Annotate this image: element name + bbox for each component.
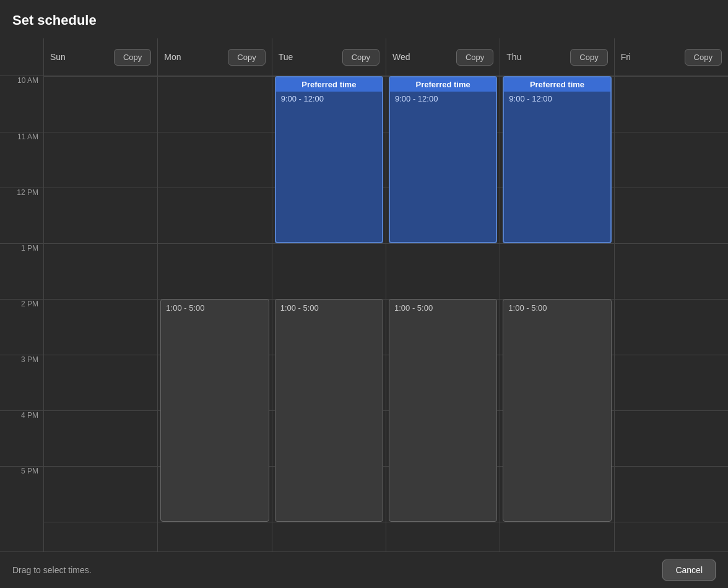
day-cell-mon-3[interactable] <box>158 243 271 299</box>
day-cell-fri-6[interactable] <box>615 410 728 466</box>
day-column-tue[interactable]: Preferred time9:00 - 12:001:00 - 5:00 <box>272 76 386 551</box>
copy-button-tue[interactable]: Copy <box>342 49 379 66</box>
day-cell-sun-7[interactable] <box>44 466 157 522</box>
event-tue-1[interactable]: 1:00 - 5:00 <box>275 299 383 522</box>
day-cell-sun-8[interactable] <box>44 522 157 551</box>
day-cell-mon-0[interactable] <box>158 76 271 132</box>
event-time-wed-1: 1:00 - 5:00 <box>389 300 496 316</box>
day-cell-fri-3[interactable] <box>615 243 728 299</box>
event-time-mon-0: 1:00 - 5:00 <box>161 300 268 316</box>
event-time-tue-0: 9:00 - 12:00 <box>276 92 382 106</box>
time-column: 10 AM11 AM12 PM1 PM2 PM3 PM4 PM5 PM <box>0 76 43 551</box>
time-label-10-am: 10 AM <box>0 76 43 132</box>
time-label-2-pm: 2 PM <box>0 299 43 355</box>
day-cell-thu-3[interactable] <box>500 243 613 299</box>
day-header-sun: SunCopy <box>43 38 157 76</box>
day-column-thu[interactable]: Preferred time9:00 - 12:001:00 - 5:00 <box>500 76 613 551</box>
time-label-1-pm: 1 PM <box>0 243 43 299</box>
day-cell-wed-3[interactable] <box>386 243 500 299</box>
cancel-button[interactable]: Cancel <box>662 560 716 581</box>
day-column-wed[interactable]: Preferred time9:00 - 12:001:00 - 5:00 <box>386 76 500 551</box>
schedule-wrapper: SunCopyMonCopyTueCopyWedCopyThuCopyFriCo… <box>0 38 728 551</box>
day-cell-sun-4[interactable] <box>44 299 157 355</box>
days-container: 1:00 - 5:00Preferred time9:00 - 12:001:0… <box>43 76 728 551</box>
day-column-fri[interactable] <box>614 76 728 551</box>
time-label-12-pm: 12 PM <box>0 188 43 243</box>
day-column-mon[interactable]: 1:00 - 5:00 <box>157 76 271 551</box>
time-label-3-pm: 3 PM <box>0 355 43 410</box>
day-header-tue: TueCopy <box>272 38 386 76</box>
time-label-4-pm: 4 PM <box>0 410 43 466</box>
day-cell-mon-8[interactable] <box>158 522 271 551</box>
day-label-fri: Fri <box>621 52 631 62</box>
day-cell-mon-2[interactable] <box>158 188 271 243</box>
day-cell-sun-1[interactable] <box>44 132 157 188</box>
event-time-tue-1: 1:00 - 5:00 <box>275 300 383 316</box>
day-cell-fri-0[interactable] <box>615 76 728 132</box>
day-cell-sun-2[interactable] <box>44 188 157 243</box>
day-cell-wed-8[interactable] <box>386 522 500 551</box>
day-cell-tue-8[interactable] <box>272 522 386 551</box>
day-label-mon: Mon <box>164 52 181 62</box>
time-label-11-am: 11 AM <box>0 132 43 188</box>
event-time-thu-0: 9:00 - 12:00 <box>504 92 610 106</box>
day-cell-fri-2[interactable] <box>615 188 728 243</box>
day-header-mon: MonCopy <box>157 38 271 76</box>
event-tue-0[interactable]: Preferred time9:00 - 12:00 <box>275 76 383 243</box>
footer: Drag to select times. Cancel <box>0 551 728 588</box>
day-label-sun: Sun <box>50 52 66 62</box>
day-label-tue: Tue <box>279 52 293 62</box>
event-mon-0[interactable]: 1:00 - 5:00 <box>160 299 269 522</box>
event-time-wed-0: 9:00 - 12:00 <box>390 92 496 106</box>
event-header-thu-0: Preferred time <box>504 77 610 92</box>
day-cell-fri-4[interactable] <box>615 299 728 355</box>
event-header-tue-0: Preferred time <box>276 77 382 92</box>
copy-button-mon[interactable]: Copy <box>228 49 265 66</box>
day-header-thu: ThuCopy <box>500 38 613 76</box>
day-cell-sun-0[interactable] <box>44 76 157 132</box>
schedule-body: 10 AM11 AM12 PM1 PM2 PM3 PM4 PM5 PM 1:00… <box>0 76 728 551</box>
footer-hint: Drag to select times. <box>12 565 92 575</box>
day-cell-thu-8[interactable] <box>500 522 613 551</box>
event-wed-1[interactable]: 1:00 - 5:00 <box>389 299 497 522</box>
copy-button-sun[interactable]: Copy <box>114 49 151 66</box>
event-time-thu-1: 1:00 - 5:00 <box>503 300 610 316</box>
day-header-fri: FriCopy <box>614 38 728 76</box>
day-cell-fri-8[interactable] <box>615 522 728 551</box>
time-gutter-header <box>0 38 43 76</box>
day-label-wed: Wed <box>392 52 410 62</box>
day-cell-fri-5[interactable] <box>615 355 728 410</box>
day-cell-sun-3[interactable] <box>44 243 157 299</box>
page-title: Set schedule <box>0 12 728 38</box>
page-container: Set schedule SunCopyMonCopyTueCopyWedCop… <box>0 0 728 588</box>
day-column-sun[interactable] <box>43 76 157 551</box>
day-cell-fri-1[interactable] <box>615 132 728 188</box>
header-row: SunCopyMonCopyTueCopyWedCopyThuCopyFriCo… <box>0 38 728 76</box>
event-header-wed-0: Preferred time <box>390 77 496 92</box>
event-wed-0[interactable]: Preferred time9:00 - 12:00 <box>389 76 497 243</box>
event-thu-0[interactable]: Preferred time9:00 - 12:00 <box>503 76 611 243</box>
day-cell-sun-5[interactable] <box>44 355 157 410</box>
day-cell-mon-1[interactable] <box>158 132 271 188</box>
day-header-wed: WedCopy <box>386 38 500 76</box>
event-thu-1[interactable]: 1:00 - 5:00 <box>503 299 611 522</box>
time-label-5-pm: 5 PM <box>0 466 43 522</box>
day-cell-tue-3[interactable] <box>272 243 386 299</box>
copy-button-wed[interactable]: Copy <box>456 49 493 66</box>
day-cell-sun-6[interactable] <box>44 410 157 466</box>
day-label-thu: Thu <box>506 52 521 62</box>
copy-button-thu[interactable]: Copy <box>570 49 607 66</box>
day-cell-fri-7[interactable] <box>615 466 728 522</box>
copy-button-fri[interactable]: Copy <box>685 49 722 66</box>
